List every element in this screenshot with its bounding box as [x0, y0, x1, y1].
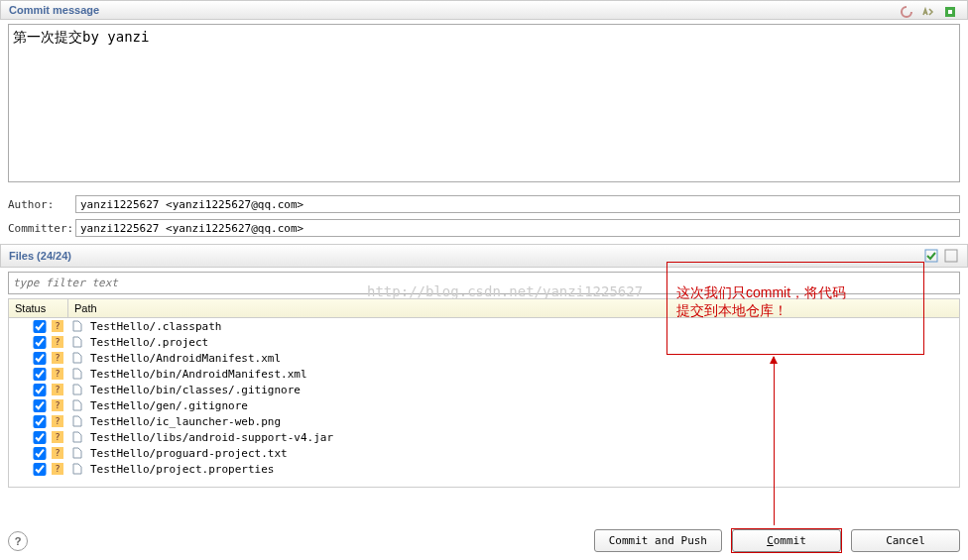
uncheck-all-icon[interactable] [943, 248, 959, 264]
col-path[interactable]: Path [68, 299, 959, 317]
filter-input[interactable] [8, 272, 960, 294]
table-row[interactable]: ? TestHello/.classpath [9, 318, 959, 334]
file-path: TestHello/bin/AndroidManifest.xml [90, 368, 307, 381]
status-icon: ? [51, 430, 64, 444]
commit-message-textarea[interactable] [8, 24, 960, 182]
status-icon: ? [51, 462, 64, 476]
cancel-button[interactable]: Cancel [851, 529, 960, 552]
table-row[interactable]: ? TestHello/.project [9, 334, 959, 350]
table-row[interactable]: ? TestHello/AndroidManifest.xml [9, 350, 959, 366]
file-path: TestHello/proguard-project.txt [90, 447, 288, 460]
row-checkbox[interactable] [33, 352, 47, 365]
row-checkbox[interactable] [33, 415, 47, 428]
svg-text:?: ? [55, 432, 60, 442]
status-icon: ? [51, 319, 64, 333]
table-row[interactable]: ? TestHello/libs/android-support-v4.jar [9, 429, 959, 445]
file-icon [70, 351, 84, 365]
commit-message-label: Commit message [9, 4, 99, 16]
svg-rect-1 [948, 10, 952, 14]
file-icon [70, 446, 84, 460]
svg-rect-2 [925, 250, 937, 262]
status-icon: ? [51, 351, 64, 365]
history-icon[interactable] [899, 4, 914, 20]
files-header: Files (24/24) [0, 244, 968, 268]
row-checkbox[interactable] [33, 463, 47, 476]
svg-text:?: ? [55, 321, 60, 331]
author-input[interactable] [75, 195, 960, 213]
file-path: TestHello/project.properties [90, 463, 274, 476]
svg-text:?: ? [55, 400, 60, 410]
table-row[interactable]: ? TestHello/proguard-project.txt [9, 445, 959, 461]
svg-text:?: ? [55, 416, 60, 426]
file-icon [70, 430, 84, 444]
file-icon [70, 319, 84, 333]
svg-text:?: ? [55, 353, 60, 363]
file-path: TestHello/bin/classes/.gitignore [90, 384, 301, 396]
status-icon: ? [51, 398, 64, 412]
row-checkbox[interactable] [33, 384, 47, 396]
files-table: Status Path ? TestHello/.classpath ? Tes… [8, 298, 960, 488]
author-label: Author: [8, 198, 69, 211]
file-path: TestHello/gen/.gitignore [90, 399, 248, 412]
committer-label: Committer: [8, 222, 69, 235]
file-icon [70, 367, 84, 381]
svg-text:?: ? [55, 448, 60, 458]
file-path: TestHello/libs/android-support-v4.jar [90, 431, 333, 444]
file-path: TestHello/.project [90, 336, 208, 349]
file-icon [70, 462, 84, 476]
signoff-icon[interactable] [920, 4, 936, 20]
table-row[interactable]: ? TestHello/project.properties [9, 461, 959, 477]
file-icon [70, 414, 84, 428]
status-icon: ? [51, 367, 64, 381]
file-icon [70, 398, 84, 412]
table-row[interactable]: ? TestHello/bin/AndroidManifest.xml [9, 366, 959, 382]
row-checkbox[interactable] [33, 447, 47, 460]
help-icon[interactable]: ? [8, 531, 28, 551]
row-checkbox[interactable] [33, 368, 47, 381]
svg-text:?: ? [55, 385, 60, 394]
svg-text:?: ? [55, 369, 60, 379]
file-path: TestHello/.classpath [90, 320, 221, 333]
commit-message-header: Commit message [0, 0, 968, 20]
status-icon: ? [51, 414, 64, 428]
commit-and-push-button[interactable]: Commit and Push [594, 529, 722, 552]
committer-input[interactable] [75, 219, 960, 237]
commit-button[interactable]: Commit [732, 529, 841, 552]
file-icon [70, 335, 84, 349]
amend-icon[interactable] [942, 4, 958, 20]
svg-rect-3 [945, 250, 957, 262]
row-checkbox[interactable] [33, 431, 47, 444]
status-icon: ? [51, 446, 64, 460]
table-row[interactable]: ? TestHello/ic_launcher-web.png [9, 413, 959, 429]
row-checkbox[interactable] [33, 320, 47, 333]
table-row[interactable]: ? TestHello/bin/classes/.gitignore [9, 382, 959, 397]
file-icon [70, 383, 84, 396]
row-checkbox[interactable] [33, 336, 47, 349]
status-icon: ? [51, 383, 64, 396]
check-all-icon[interactable] [923, 248, 939, 264]
row-checkbox[interactable] [33, 399, 47, 412]
status-icon: ? [51, 335, 64, 349]
files-label: Files (24/24) [9, 250, 71, 262]
file-path: TestHello/ic_launcher-web.png [90, 415, 281, 428]
svg-text:?: ? [55, 337, 60, 347]
file-path: TestHello/AndroidManifest.xml [90, 352, 281, 365]
col-status[interactable]: Status [9, 299, 68, 317]
table-row[interactable]: ? TestHello/gen/.gitignore [9, 397, 959, 413]
svg-text:?: ? [55, 464, 60, 474]
